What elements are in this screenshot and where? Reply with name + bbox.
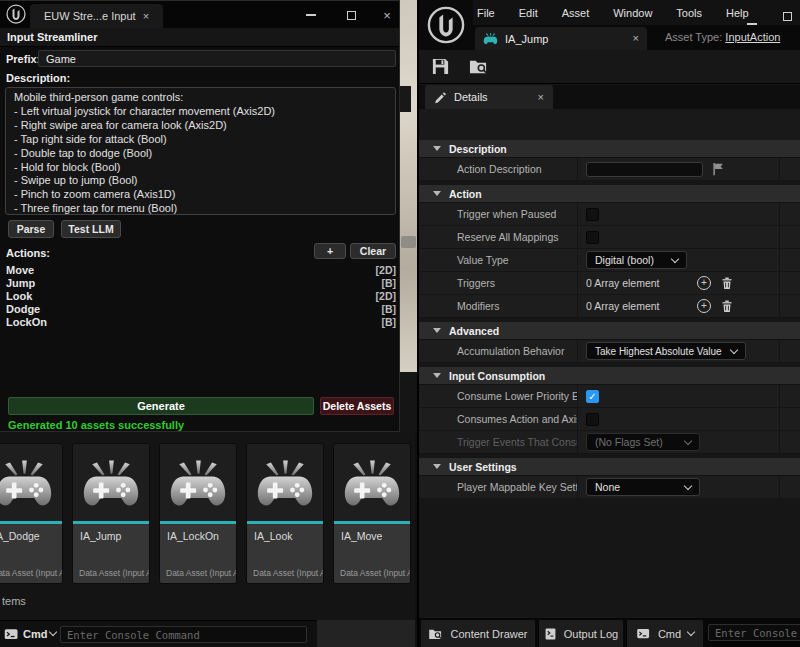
- player-mappable-dropdown[interactable]: None: [586, 478, 700, 496]
- tab-close-icon[interactable]: ×: [538, 92, 544, 103]
- trigger-when-paused-checkbox[interactable]: [586, 208, 599, 221]
- section-input-consumption[interactable]: Input Consumption: [419, 367, 800, 385]
- background-ui-fragment: [400, 86, 411, 112]
- property-row-triggers: Triggers 0 Array element +: [419, 272, 800, 295]
- property-row-accumulation-behavior: Accumulation Behavior Take Highest Absol…: [419, 340, 800, 363]
- property-row-reserve-all-mappings: Reserve All Mappings: [419, 226, 800, 249]
- euw-window-tab[interactable]: EUW Stre...e Input ×: [30, 4, 163, 28]
- asset-tile[interactable]: IA_Look Data Asset (Input A...: [246, 443, 324, 584]
- menu-file[interactable]: File: [477, 7, 495, 19]
- asset-tile[interactable]: IA_Jump Data Asset (Input A...: [72, 443, 150, 584]
- section-collapse-arrow-icon: [433, 373, 441, 378]
- action-row[interactable]: Jump [B]: [0, 276, 400, 289]
- add-array-element-icon[interactable]: +: [697, 276, 711, 290]
- unreal-logo-icon: [6, 4, 26, 28]
- asset-document-tab[interactable]: IA_Jump ×: [475, 27, 647, 50]
- console-command-input[interactable]: [715, 627, 800, 639]
- asset-type-label: Asset Type:: [665, 31, 722, 43]
- background-gap: nt: [400, 0, 417, 432]
- unreal-logo-block: [419, 0, 473, 50]
- editor-window: File Edit Asset Window Tools Help IA_Jum…: [417, 0, 800, 647]
- consume-lower-priority-checkbox[interactable]: ✓: [586, 390, 599, 403]
- property-row-trigger-when-paused: Trigger when Paused: [419, 203, 800, 226]
- chevron-down-icon[interactable]: [49, 628, 57, 636]
- localization-flag-icon[interactable]: [712, 162, 725, 176]
- asset-type: Data Asset (Input A...: [0, 568, 62, 583]
- section-advanced[interactable]: Advanced: [419, 322, 800, 340]
- minimize-button[interactable]: [300, 7, 322, 23]
- property-row-player-mappable-key-settings: Player Mappable Key Settings None: [419, 476, 800, 499]
- trigger-events-dropdown[interactable]: (No Flags Set): [586, 433, 700, 451]
- generate-button[interactable]: Generate: [8, 397, 314, 415]
- input-action-gamepad-icon: [0, 444, 62, 521]
- test-llm-button[interactable]: Test LLM: [61, 220, 121, 238]
- property-row-action-description: Action Description: [419, 158, 800, 181]
- section-user-settings[interactable]: User Settings: [419, 458, 800, 476]
- reserve-all-mappings-checkbox[interactable]: [586, 231, 599, 244]
- action-row[interactable]: LockOn [B]: [0, 315, 400, 328]
- console-icon: [4, 627, 19, 642]
- add-array-element-icon[interactable]: +: [697, 299, 711, 313]
- section-action[interactable]: Action: [419, 185, 800, 203]
- menu-edit[interactable]: Edit: [519, 7, 538, 19]
- description-label: Description:: [6, 72, 70, 84]
- consumes-action-axis-checkbox[interactable]: [586, 413, 599, 426]
- section-description[interactable]: Description: [419, 140, 800, 158]
- asset-type-link[interactable]: InputAction: [725, 31, 780, 43]
- menu-help[interactable]: Help: [726, 7, 749, 19]
- action-description-input[interactable]: [586, 162, 703, 177]
- details-tab[interactable]: Details ×: [425, 85, 553, 109]
- clear-actions-button[interactable]: Clear: [350, 243, 396, 259]
- asset-type: Data Asset (Input A...: [247, 568, 323, 583]
- asset-tile[interactable]: IA_Move Data Asset (Input A...: [333, 443, 411, 584]
- asset-tile[interactable]: IA_LockOn Data Asset (Input A...: [159, 443, 237, 584]
- asset-name: IA_Look: [247, 524, 323, 542]
- save-icon[interactable]: [431, 57, 450, 76]
- euw-input-streamliner-window: EUW Stre...e Input × × Input Streamliner…: [0, 0, 400, 432]
- value-type-dropdown[interactable]: Digital (bool): [586, 251, 687, 269]
- action-row[interactable]: Move [2D]: [0, 263, 400, 276]
- trash-icon[interactable]: [720, 276, 734, 291]
- close-button[interactable]: ×: [376, 7, 398, 23]
- property-row-consumes-action-axis: Consumes Action and Axis Ma...: [419, 408, 800, 431]
- generation-status-text: Generated 10 assets successfully: [8, 419, 184, 431]
- details-pencil-icon: [434, 91, 447, 104]
- console-command-input[interactable]: [67, 629, 300, 641]
- details-search-row: ⚙: [419, 109, 800, 140]
- menu-tools[interactable]: Tools: [676, 7, 702, 19]
- tab-close-icon[interactable]: ×: [633, 33, 639, 44]
- output-log-button[interactable]: Output Log: [539, 620, 623, 647]
- maximize-button[interactable]: [783, 7, 792, 25]
- prefix-input[interactable]: [46, 53, 388, 65]
- tab-close-icon[interactable]: ×: [143, 11, 149, 22]
- accumulation-behavior-dropdown[interactable]: Take Highest Absolute Value: [586, 342, 746, 360]
- cmd-dropdown-button[interactable]: Cmd: [627, 620, 703, 647]
- euw-titlebar[interactable]: EUW Stre...e Input × ×: [0, 1, 399, 28]
- trash-icon[interactable]: [720, 299, 734, 314]
- asset-type: Data Asset (Input A...: [73, 568, 149, 583]
- maximize-button[interactable]: [340, 7, 362, 23]
- delete-assets-button[interactable]: Delete Assets: [320, 397, 394, 415]
- asset-tile[interactable]: IA_Dodge Data Asset (Input A...: [0, 443, 63, 584]
- browse-to-asset-icon[interactable]: [468, 57, 489, 76]
- section-collapse-arrow-icon: [433, 191, 441, 196]
- menu-asset[interactable]: Asset: [562, 7, 590, 19]
- property-row-modifiers: Modifiers 0 Array element +: [419, 295, 800, 318]
- cmd-dropdown-label[interactable]: Cmd: [23, 628, 47, 640]
- actions-label: Actions:: [6, 247, 50, 259]
- add-action-button[interactable]: +: [314, 243, 346, 259]
- parse-button[interactable]: Parse: [8, 220, 54, 238]
- content-drawer-button[interactable]: Content Drawer: [421, 620, 535, 647]
- menu-window[interactable]: Window: [613, 7, 652, 19]
- console-command-input-wrap: [708, 624, 800, 641]
- input-action-gamepad-icon: [73, 444, 149, 521]
- description-textarea[interactable]: Mobile third-person game controls: - Lef…: [5, 87, 396, 215]
- editor-status-bar: Content Drawer Output Log Cmd: [419, 618, 800, 647]
- chevron-down-icon: [687, 628, 695, 636]
- action-row[interactable]: Look [2D]: [0, 289, 400, 302]
- action-row[interactable]: Dodge [B]: [0, 302, 400, 315]
- property-row-consume-lower-priority: Consume Lower Priority Enhan... ✓: [419, 385, 800, 408]
- asset-name: IA_Dodge: [0, 524, 62, 542]
- section-collapse-arrow-icon: [433, 146, 441, 151]
- euw-tab-title: EUW Stre...e Input: [44, 10, 136, 22]
